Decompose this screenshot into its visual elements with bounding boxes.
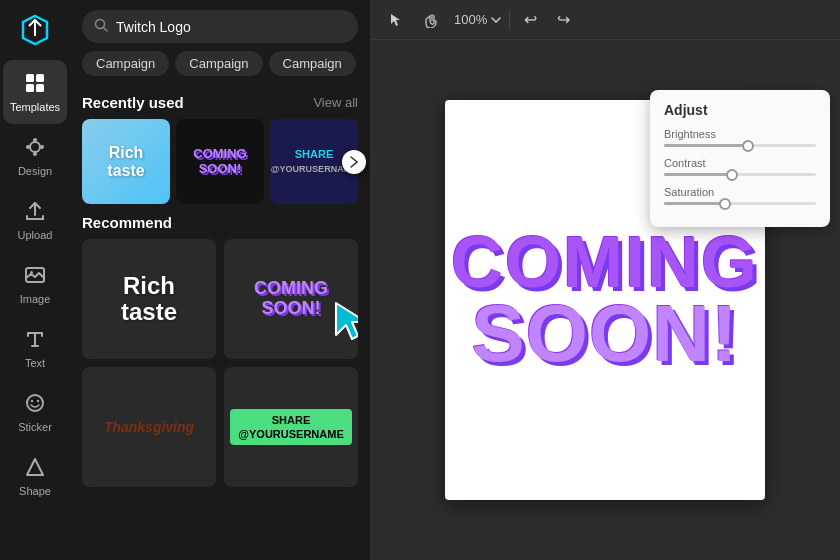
redo-button[interactable]: ↪ xyxy=(551,6,576,33)
canvas-area: 100% ↩ ↪ COMING SOON! Adjust Brightness xyxy=(370,0,840,560)
zoom-display: 100% xyxy=(454,12,501,27)
svg-point-6 xyxy=(33,138,37,142)
search-icon xyxy=(94,18,108,35)
coming-soon-line1: COMING xyxy=(451,228,759,296)
sidebar-item-text[interactable]: Text xyxy=(3,316,67,380)
toolbar-divider xyxy=(509,10,510,30)
app-logo xyxy=(15,10,55,50)
sidebar-shape-label: Shape xyxy=(19,485,51,497)
thumb-coming-soon-recommend[interactable]: COMINGSOON! xyxy=(224,239,358,359)
chip-campaign-1[interactable]: Campaign xyxy=(82,51,169,76)
sidebar-item-templates[interactable]: Templates xyxy=(3,60,67,124)
svg-rect-3 xyxy=(26,84,34,92)
canvas-toolbar: 100% ↩ ↪ xyxy=(370,0,840,40)
coming-soon-line2: SOON! xyxy=(451,296,759,372)
saturation-fill xyxy=(664,202,725,205)
svg-rect-4 xyxy=(36,84,44,92)
contrast-slider[interactable] xyxy=(664,173,816,176)
templates-panel: Campaign Campaign Campaign Recently used… xyxy=(70,0,370,560)
svg-point-13 xyxy=(31,399,33,401)
thumb-thanksgiving-recommend[interactable]: Thanksgiving xyxy=(82,367,216,487)
sidebar-item-design[interactable]: Design xyxy=(3,124,67,188)
svg-point-8 xyxy=(26,145,30,149)
contrast-label: Contrast xyxy=(664,157,816,169)
recommend-grid: Richtaste COMINGSOON! Thanksgiving SHARE… xyxy=(82,239,358,487)
panel-content: Recently used View all Richtaste COMINGS… xyxy=(70,84,370,560)
sidebar-item-sticker[interactable]: Sticker xyxy=(3,380,67,444)
recommend-title: Recommend xyxy=(82,214,172,231)
svg-point-7 xyxy=(33,152,37,156)
templates-icon xyxy=(24,72,46,97)
undo-button[interactable]: ↩ xyxy=(518,6,543,33)
canvas-main: COMING SOON! Adjust Brightness Contrast xyxy=(370,40,840,560)
adjust-panel: Adjust Brightness Contrast Saturation xyxy=(650,90,830,227)
upload-icon xyxy=(24,200,46,225)
svg-point-12 xyxy=(27,395,43,411)
chip-campaign-2[interactable]: Campaign xyxy=(175,51,262,76)
sidebar: Templates Design Upload xyxy=(0,0,70,560)
contrast-row: Contrast xyxy=(664,157,816,176)
hand-tool-button[interactable] xyxy=(418,8,446,32)
svg-point-9 xyxy=(40,145,44,149)
recently-used-row: Richtaste COMINGSOON! SHARE@YOURUSERNAME xyxy=(82,119,358,204)
recently-used-title: Recently used xyxy=(82,94,184,111)
sidebar-upload-label: Upload xyxy=(18,229,53,241)
design-icon xyxy=(24,136,46,161)
sidebar-item-image[interactable]: Image xyxy=(3,252,67,316)
rich-taste-large-text: Richtaste xyxy=(121,273,177,326)
sidebar-image-label: Image xyxy=(20,293,51,305)
sidebar-sticker-label: Sticker xyxy=(18,421,52,433)
filter-chips: Campaign Campaign Campaign xyxy=(70,51,370,84)
brightness-row: Brightness xyxy=(664,128,816,147)
saturation-slider[interactable] xyxy=(664,202,816,205)
svg-marker-17 xyxy=(336,303,358,339)
sidebar-design-label: Design xyxy=(18,165,52,177)
svg-rect-1 xyxy=(26,74,34,82)
sticker-icon xyxy=(24,392,46,417)
thanksgiving-text: Thanksgiving xyxy=(104,419,194,435)
text-icon xyxy=(24,328,46,353)
adjust-title: Adjust xyxy=(664,102,816,118)
sidebar-item-upload[interactable]: Upload xyxy=(3,188,67,252)
sidebar-text-label: Text xyxy=(25,357,45,369)
image-icon xyxy=(24,264,46,289)
next-button[interactable] xyxy=(342,150,366,174)
canvas-coming-soon: COMING SOON! xyxy=(451,228,759,372)
share-green-text: SHARE@YOURUSERNAME xyxy=(230,409,351,446)
saturation-label: Saturation xyxy=(664,186,816,198)
cursor-pointer xyxy=(332,299,358,351)
thumb-share-green-recommend[interactable]: SHARE@YOURUSERNAME xyxy=(224,367,358,487)
chip-campaign-3[interactable]: Campaign xyxy=(269,51,356,76)
zoom-value: 100% xyxy=(454,12,487,27)
thumb-rich-taste-recent[interactable]: Richtaste xyxy=(82,119,170,204)
search-bar xyxy=(82,10,358,43)
sidebar-item-shape[interactable]: Shape xyxy=(3,444,67,508)
coming-soon-large-text: COMINGSOON! xyxy=(254,279,328,319)
shape-icon xyxy=(24,456,46,481)
svg-point-5 xyxy=(30,142,40,152)
saturation-row: Saturation xyxy=(664,186,816,205)
svg-point-14 xyxy=(37,399,39,401)
brightness-slider[interactable] xyxy=(664,144,816,147)
svg-rect-2 xyxy=(36,74,44,82)
contrast-thumb[interactable] xyxy=(726,169,738,181)
coming-soon-small-text: COMINGSOON! xyxy=(193,147,246,176)
select-tool-button[interactable] xyxy=(382,8,410,32)
rich-taste-text: Richtaste xyxy=(107,144,144,179)
brightness-fill xyxy=(664,144,748,147)
contrast-fill xyxy=(664,173,732,176)
saturation-thumb[interactable] xyxy=(719,198,731,210)
recommend-header: Recommend xyxy=(82,214,358,231)
svg-line-16 xyxy=(104,28,108,32)
brightness-thumb[interactable] xyxy=(742,140,754,152)
thumb-coming-soon-recent[interactable]: COMINGSOON! xyxy=(176,119,264,204)
sidebar-templates-label: Templates xyxy=(10,101,60,113)
brightness-label: Brightness xyxy=(664,128,816,140)
search-input[interactable] xyxy=(116,19,346,35)
view-all-link[interactable]: View all xyxy=(313,95,358,110)
thumb-rich-taste-recommend[interactable]: Richtaste xyxy=(82,239,216,359)
recently-used-header: Recently used View all xyxy=(82,94,358,111)
